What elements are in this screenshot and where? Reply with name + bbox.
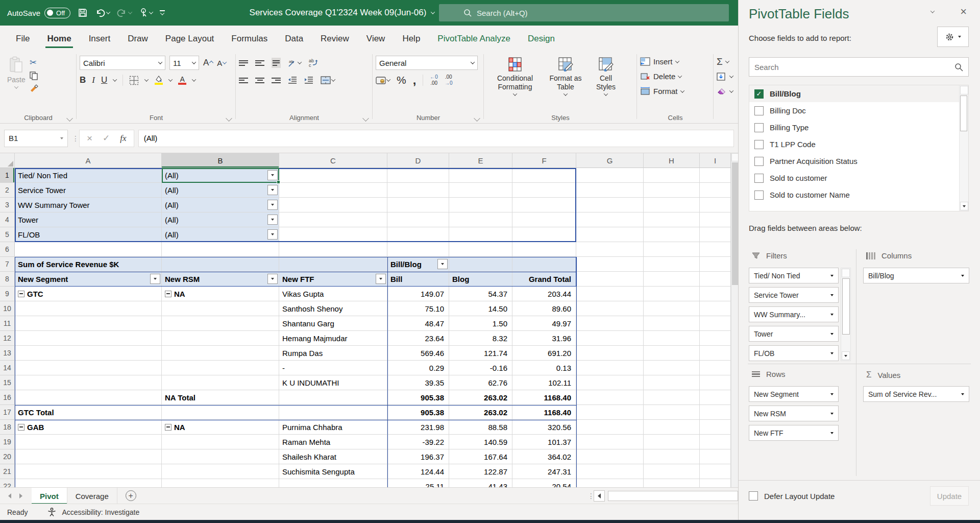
undo-button[interactable] <box>95 8 110 18</box>
pane-options-chevron[interactable] <box>930 9 935 13</box>
document-title[interactable]: Services Coverage Q1'2324 Week 09(Jun-06… <box>245 8 439 18</box>
cell-B9[interactable]: NA <box>162 287 279 301</box>
comma-style-button[interactable]: , <box>413 73 416 87</box>
cell-B10[interactable] <box>162 301 279 316</box>
cell-C7[interactable] <box>279 257 387 272</box>
cell-I8[interactable] <box>700 272 731 287</box>
cell-C10[interactable]: Santhosh Shenoy <box>279 301 387 316</box>
cell-E3[interactable] <box>449 198 512 212</box>
ribbon-tab-draw[interactable]: Draw <box>119 29 157 50</box>
filters-scrollbar[interactable] <box>841 268 851 361</box>
grid-body[interactable]: 1Tied/ Non Tied(All)2Service Tower(All)3… <box>0 168 738 487</box>
cell-D6[interactable] <box>387 242 449 257</box>
cell-B3[interactable]: (All) <box>162 198 279 212</box>
cell-G16[interactable] <box>576 390 644 405</box>
cell-A10[interactable] <box>15 301 162 316</box>
cell-B22[interactable] <box>162 479 279 487</box>
cell-E16[interactable]: 263.02 <box>449 390 512 405</box>
font-color-button[interactable]: A <box>178 76 186 85</box>
ribbon-tab-page-layout[interactable]: Page Layout <box>157 29 223 50</box>
pill-dropdown-icon[interactable] <box>961 393 964 395</box>
cell-I17[interactable] <box>700 405 731 420</box>
cell-E8[interactable]: Blog <box>449 272 512 287</box>
cell-A7[interactable]: Sum of Service Revenue $K <box>15 257 162 272</box>
filter-dropdown-button[interactable] <box>267 200 278 210</box>
cell-B7[interactable] <box>162 257 279 272</box>
cell-F10[interactable]: 89.60 <box>512 301 576 316</box>
pill-tied-non-tied[interactable]: Tied/ Non Tied <box>749 268 839 283</box>
cell-E20[interactable]: 167.64 <box>449 449 512 464</box>
row-header-17[interactable]: 17 <box>0 405 15 420</box>
filter-dropdown-button[interactable] <box>267 185 278 195</box>
cell-I4[interactable] <box>700 212 731 227</box>
column-header-g[interactable]: G <box>576 153 644 168</box>
cell-D9[interactable]: 149.07 <box>387 287 449 301</box>
sheet-tab-coverage[interactable]: Coverage <box>67 488 117 504</box>
cell-B6[interactable] <box>162 242 279 257</box>
pill-dropdown-icon[interactable] <box>830 333 834 335</box>
field-checkbox-sold-to-customer[interactable] <box>754 174 764 183</box>
cell-I22[interactable] <box>700 479 731 487</box>
align-left-button[interactable] <box>239 76 248 84</box>
row-header-22[interactable]: 22 <box>0 479 15 487</box>
save-button[interactable] <box>78 8 88 18</box>
undo-menu-chevron[interactable] <box>106 10 110 14</box>
cell-G14[interactable] <box>576 361 644 375</box>
row-header-9[interactable]: 9 <box>0 287 15 301</box>
cell-C1[interactable] <box>279 168 387 183</box>
cell-D3[interactable] <box>387 198 449 212</box>
field-item-sold-to-customer[interactable]: Sold to customer <box>749 170 968 186</box>
cell-E5[interactable] <box>449 227 512 242</box>
cell-D5[interactable] <box>387 227 449 242</box>
cell-C14[interactable]: - <box>279 361 387 375</box>
cell-I6[interactable] <box>700 242 731 257</box>
cell-E18[interactable]: 88.58 <box>449 420 512 435</box>
autosave-pill[interactable]: Off <box>44 8 70 18</box>
copy-button[interactable] <box>30 72 38 80</box>
cell-H3[interactable] <box>644 198 700 212</box>
cell-G7[interactable] <box>576 257 644 272</box>
font-name-combo[interactable]: Calibri <box>80 56 165 70</box>
defer-layout-update[interactable]: Defer Layout Update <box>749 491 835 501</box>
field-item-billing-type[interactable]: Billing Type <box>749 119 968 136</box>
conditional-formatting-button[interactable]: Conditional Formatting <box>487 55 543 97</box>
cell-F17[interactable]: 1168.40 <box>512 405 576 420</box>
cell-F12[interactable]: 31.96 <box>512 331 576 346</box>
column-header-i[interactable]: I <box>700 153 731 168</box>
cell-G19[interactable] <box>576 435 644 449</box>
cell-F21[interactable]: 247.31 <box>512 464 576 479</box>
cell-C18[interactable]: Purnima Chhabra <box>279 420 387 435</box>
pill-dropdown-icon[interactable] <box>830 275 834 277</box>
cell-C20[interactable]: Shailesh Kharat <box>279 449 387 464</box>
status-accessibility[interactable]: Accessibility: Investigate <box>62 508 139 516</box>
cell-B12[interactable] <box>162 331 279 346</box>
orientation-button[interactable]: ab <box>288 58 301 67</box>
vertical-scrollbar[interactable] <box>731 153 738 487</box>
cell-G12[interactable] <box>576 331 644 346</box>
row-header-7[interactable]: 7 <box>0 257 15 272</box>
cell-D12[interactable]: 23.64 <box>387 331 449 346</box>
cell-H12[interactable] <box>644 331 700 346</box>
cell-C2[interactable] <box>279 183 387 198</box>
field-item-t1-lpp-code[interactable]: T1 LPP Code <box>749 136 968 153</box>
cell-F7[interactable] <box>512 257 576 272</box>
cell-D17[interactable]: 905.38 <box>387 405 449 420</box>
cell-H21[interactable] <box>644 464 700 479</box>
cell-A13[interactable] <box>15 346 162 361</box>
cell-C21[interactable]: Suchismita Sengupta <box>279 464 387 479</box>
cell-I12[interactable] <box>700 331 731 346</box>
defer-checkbox[interactable] <box>749 491 758 501</box>
cell-A14[interactable] <box>15 361 162 375</box>
cell-F8[interactable]: Grand Total <box>512 272 576 287</box>
ribbon-tab-view[interactable]: View <box>358 29 394 50</box>
field-item-partner-acquisition-status[interactable]: Partner Acquisition Status <box>749 153 968 170</box>
vertical-scroll-thumb[interactable] <box>732 162 738 285</box>
cell-C6[interactable] <box>279 242 387 257</box>
cell-F3[interactable] <box>512 198 576 212</box>
cell-F18[interactable]: 320.56 <box>512 420 576 435</box>
cell-H19[interactable] <box>644 435 700 449</box>
title-dropdown-chevron[interactable] <box>431 10 435 14</box>
row-header-4[interactable]: 4 <box>0 212 15 227</box>
cell-B16[interactable]: NA Total <box>162 390 279 405</box>
cell-C9[interactable]: Vikas Gupta <box>279 287 387 301</box>
